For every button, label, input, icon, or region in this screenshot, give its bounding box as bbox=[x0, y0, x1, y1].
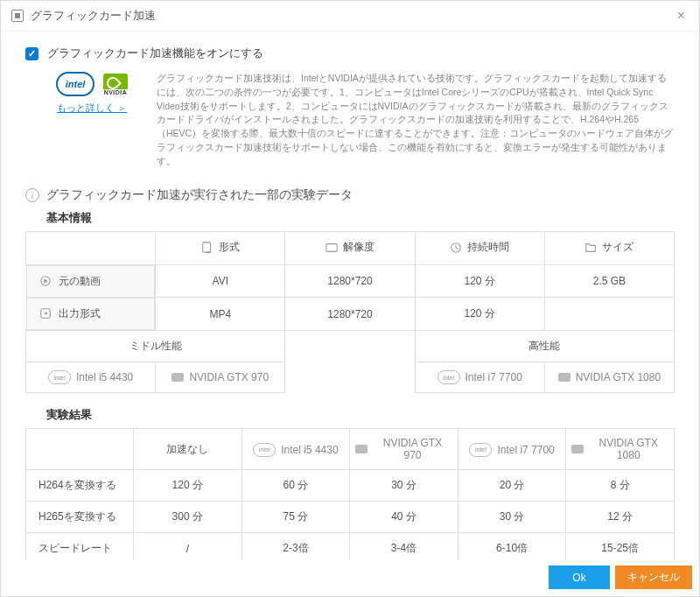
table-row: intelIntel i5 4430 NVIDIA GTX 970 intelI… bbox=[26, 362, 675, 393]
basic-info-heading: 基本情報 bbox=[46, 210, 675, 226]
intel-icon: intel bbox=[438, 370, 460, 384]
cell-format: MP4 bbox=[156, 298, 285, 331]
cell: 120 分 bbox=[134, 470, 242, 502]
col-duration: 持続時間 bbox=[467, 240, 509, 255]
titlebar: グラフィックカード加速 × bbox=[1, 1, 699, 32]
ok-button[interactable]: Ok bbox=[549, 565, 610, 589]
table-row: 元の動画 AVI 1280*720 120 分 2.5 GB bbox=[26, 264, 675, 298]
resolution-icon bbox=[326, 242, 338, 254]
window-title: グラフィックカード加速 bbox=[31, 8, 674, 24]
col-no-accel: 加速なし bbox=[134, 429, 242, 470]
close-icon[interactable]: × bbox=[674, 8, 689, 24]
output-format-icon bbox=[39, 307, 52, 320]
row-h264-label: H264を変換する bbox=[26, 470, 134, 502]
cell: 20 分 bbox=[458, 470, 566, 502]
row-output-label: 出力形式 bbox=[59, 306, 101, 321]
table-row: H265を変換する 300 分 75 分 40 分 30 分 12 分 bbox=[26, 502, 675, 533]
cell-duration: 120 分 bbox=[415, 298, 544, 331]
cell-resolution: 1280*720 bbox=[285, 264, 415, 298]
col-i7: Intel i7 7700 bbox=[497, 444, 554, 456]
cell: 2-3倍 bbox=[242, 533, 350, 560]
cell: 30 分 bbox=[350, 470, 458, 502]
cell: 40 分 bbox=[350, 502, 458, 533]
dialog-window: グラフィックカード加速 × グラフィックカード加速機能をオンにする intel … bbox=[0, 0, 700, 597]
basic-info-table: 形式 解像度 持続時間 サイズ 元の動画 AVI 1280*720 120 分 … bbox=[25, 231, 675, 393]
size-icon bbox=[584, 242, 597, 254]
table-row: H264を変換する 120 分 60 分 30 分 20 分 8 分 bbox=[26, 470, 675, 502]
mid-cpu: Intel i5 4430 bbox=[76, 371, 133, 383]
section-title: グラフィックカード加速が実行された一部の実験データ bbox=[46, 187, 353, 203]
source-video-icon bbox=[39, 275, 52, 287]
cancel-button[interactable]: キャンセル bbox=[615, 565, 692, 589]
mid-perf-header: ミドル性能 bbox=[26, 330, 285, 362]
col-gtx1080: NVIDIA GTX 1080 bbox=[589, 437, 668, 461]
app-icon bbox=[11, 10, 24, 22]
col-format: 形式 bbox=[219, 240, 240, 255]
info-row: intel NVIDIA もっと詳しく ＞ グラフィックカード加速技術は、Int… bbox=[39, 72, 675, 168]
more-details-link[interactable]: もっと詳しく ＞ bbox=[57, 102, 127, 115]
svg-rect-2 bbox=[326, 243, 337, 251]
intel-icon: intel bbox=[48, 370, 71, 384]
description-text: グラフィックカード加速技術は、IntelとNVIDIAが提供されている技術です。… bbox=[157, 72, 675, 168]
nvidia-icon bbox=[355, 445, 368, 453]
cell: 12 分 bbox=[566, 502, 675, 533]
cell-format: AVI bbox=[156, 264, 285, 298]
intel-logo-icon: intel bbox=[56, 72, 94, 96]
row-h265-label: H265を変換する bbox=[26, 502, 134, 533]
enable-acceleration-checkbox[interactable] bbox=[25, 47, 38, 60]
enable-acceleration-label: グラフィックカード加速機能をオンにする bbox=[47, 46, 263, 61]
cell-size: 2.5 GB bbox=[544, 264, 674, 298]
cell: 6-10倍 bbox=[458, 533, 566, 560]
content-area: グラフィックカード加速機能をオンにする intel NVIDIA もっと詳しく … bbox=[1, 32, 699, 560]
results-heading: 実験結果 bbox=[46, 407, 675, 423]
intel-icon: intel bbox=[469, 443, 492, 457]
col-i5: Intel i5 4430 bbox=[281, 444, 338, 456]
col-size: サイズ bbox=[602, 240, 634, 255]
vendor-logos: intel NVIDIA bbox=[56, 72, 128, 96]
high-cpu: Intel i7 7700 bbox=[466, 371, 522, 383]
cell: 300 分 bbox=[134, 502, 242, 533]
table-row: 形式 解像度 持続時間 サイズ bbox=[26, 232, 675, 265]
cell: 30 分 bbox=[458, 502, 566, 533]
dialog-footer: Ok キャンセル bbox=[1, 560, 699, 596]
cell-resolution: 1280*720 bbox=[285, 298, 415, 331]
row-source-label: 元の動画 bbox=[59, 274, 101, 289]
high-perf-header: 高性能 bbox=[415, 330, 674, 362]
cell: 75 分 bbox=[242, 502, 350, 533]
svg-rect-1 bbox=[206, 251, 210, 253]
cell-size bbox=[544, 298, 674, 331]
mid-gpu: NVIDIA GTX 970 bbox=[189, 371, 269, 383]
cell: 60 分 bbox=[242, 470, 350, 502]
table-row: スピードレート / 2-3倍 3-4倍 6-10倍 15-25倍 bbox=[26, 533, 675, 560]
table-row: 出力形式 MP4 1280*720 120 分 bbox=[26, 298, 675, 331]
table-row: ミドル性能 高性能 bbox=[26, 330, 675, 362]
cell-duration: 120 分 bbox=[415, 264, 544, 298]
nvidia-icon bbox=[571, 445, 583, 453]
col-resolution: 解像度 bbox=[343, 240, 374, 255]
results-table: 加速なし intelIntel i5 4430 NVIDIA GTX 970 i… bbox=[25, 428, 675, 560]
info-icon: i bbox=[25, 188, 39, 202]
cell: 15-25倍 bbox=[566, 533, 675, 560]
cell: 8 分 bbox=[566, 470, 675, 502]
nvidia-icon bbox=[558, 373, 570, 382]
high-gpu: NVIDIA GTX 1080 bbox=[576, 371, 661, 383]
row-speed-label: スピードレート bbox=[26, 533, 134, 560]
duration-icon bbox=[450, 242, 462, 254]
table-row: 加速なし intelIntel i5 4430 NVIDIA GTX 970 i… bbox=[26, 429, 675, 470]
nvidia-icon bbox=[172, 373, 184, 382]
nvidia-logo-icon: NVIDIA bbox=[103, 74, 128, 95]
format-icon bbox=[201, 242, 214, 254]
col-gtx970: NVIDIA GTX 970 bbox=[373, 437, 452, 461]
cell: / bbox=[134, 533, 242, 560]
enable-acceleration-row: グラフィックカード加速機能をオンにする bbox=[25, 46, 675, 61]
cell: 3-4倍 bbox=[350, 533, 458, 560]
experiment-section-header: i グラフィックカード加速が実行された一部の実験データ bbox=[25, 187, 675, 203]
logo-column: intel NVIDIA もっと詳しく ＞ bbox=[39, 72, 144, 115]
intel-icon: intel bbox=[253, 443, 276, 457]
svg-rect-0 bbox=[203, 242, 211, 252]
